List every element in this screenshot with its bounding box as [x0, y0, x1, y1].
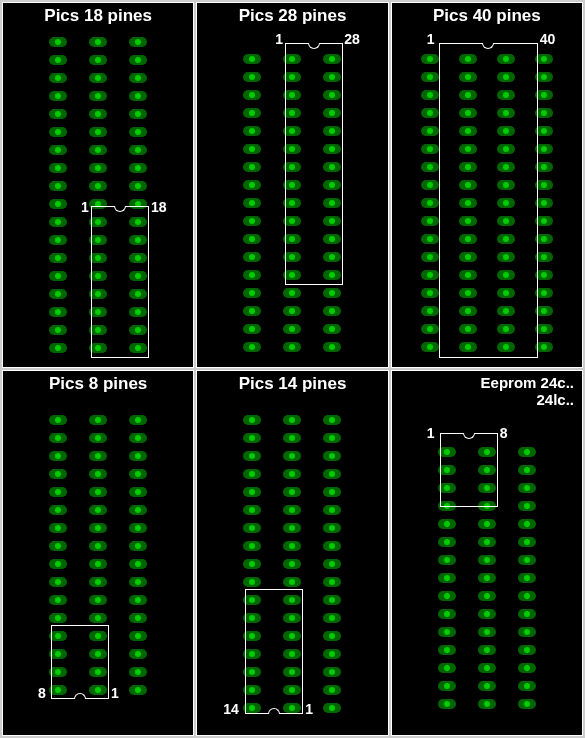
- ic-outline-40: [439, 43, 538, 358]
- solder-pad: [49, 199, 67, 209]
- solder-pad: [438, 699, 456, 709]
- solder-pad: [243, 577, 261, 587]
- solder-pad: [89, 613, 107, 623]
- solder-pad: [243, 288, 261, 298]
- solder-pad: [518, 627, 536, 637]
- ic-outline-14: [245, 589, 303, 714]
- notch-icon: [74, 693, 86, 699]
- solder-pad: [243, 162, 261, 172]
- solder-pad: [89, 433, 107, 443]
- pad-row: [197, 284, 387, 302]
- solder-pad: [323, 324, 341, 334]
- solder-pad: [89, 127, 107, 137]
- title-pics-14: Pics 14 pines: [197, 371, 387, 394]
- solder-pad: [243, 126, 261, 136]
- solder-pad: [49, 307, 67, 317]
- solder-pad: [323, 595, 341, 605]
- solder-pad: [518, 609, 536, 619]
- pad-row: [197, 447, 387, 465]
- ic-outline-8: [51, 625, 109, 699]
- pad-row: [3, 87, 193, 105]
- pad-row: [3, 429, 193, 447]
- solder-pad: [89, 505, 107, 515]
- cell-pics-40: Pics 40 pines 1 40: [391, 2, 583, 368]
- solder-pad: [129, 127, 147, 137]
- cell-pics-28: Pics 28 pines 1 28: [196, 2, 388, 368]
- solder-pad: [243, 559, 261, 569]
- solder-pad: [129, 631, 147, 641]
- solder-pad: [518, 681, 536, 691]
- solder-pad: [243, 487, 261, 497]
- pad-row: [197, 501, 387, 519]
- pad-row: [3, 555, 193, 573]
- solder-pad: [421, 162, 439, 172]
- solder-pad: [129, 595, 147, 605]
- solder-pad: [49, 253, 67, 263]
- solder-pad: [49, 181, 67, 191]
- pin-label-40: 40: [540, 31, 556, 47]
- solder-pad: [421, 54, 439, 64]
- solder-pad: [49, 235, 67, 245]
- solder-pad: [89, 451, 107, 461]
- pad-row: [392, 587, 582, 605]
- solder-pad: [49, 217, 67, 227]
- pad-row: [3, 411, 193, 429]
- cell-eeprom: Eeprom 24c.. 24lc.. 1 8: [391, 370, 583, 736]
- solder-pad: [518, 663, 536, 673]
- solder-pad: [478, 681, 496, 691]
- solder-pad: [518, 699, 536, 709]
- pad-row: [3, 105, 193, 123]
- solder-pad: [129, 109, 147, 119]
- cell-pics-14: Pics 14 pines 14 1: [196, 370, 388, 736]
- solder-pad: [421, 144, 439, 154]
- solder-pad: [89, 541, 107, 551]
- solder-pad: [438, 537, 456, 547]
- pad-row: [3, 537, 193, 555]
- solder-pad: [478, 519, 496, 529]
- solder-pad: [49, 523, 67, 533]
- pad-row: [197, 302, 387, 320]
- layout-grid: Pics 18 pines 1 18 Pics 28 pines 1 28 Pi…: [0, 0, 585, 738]
- title-pics-28: Pics 28 pines: [197, 3, 387, 26]
- solder-pad: [89, 37, 107, 47]
- solder-pad: [129, 163, 147, 173]
- solder-pad: [89, 163, 107, 173]
- pad-row: [392, 605, 582, 623]
- solder-pad: [89, 469, 107, 479]
- solder-pad: [323, 613, 341, 623]
- pad-row: [197, 483, 387, 501]
- solder-pad: [518, 537, 536, 547]
- solder-pad: [129, 145, 147, 155]
- solder-pad: [243, 306, 261, 316]
- solder-pad: [89, 487, 107, 497]
- pad-row: [3, 123, 193, 141]
- solder-pad: [518, 573, 536, 583]
- pad-row: [3, 483, 193, 501]
- solder-pad: [283, 487, 301, 497]
- pin-label-1: 1: [81, 199, 89, 215]
- pad-row: [3, 33, 193, 51]
- solder-pad: [283, 451, 301, 461]
- solder-pad: [49, 415, 67, 425]
- solder-pad: [129, 487, 147, 497]
- solder-pad: [323, 288, 341, 298]
- pad-row: [392, 569, 582, 587]
- pin-label-1: 1: [427, 31, 435, 47]
- solder-pad: [243, 234, 261, 244]
- solder-pad: [323, 631, 341, 641]
- solder-pad: [323, 505, 341, 515]
- solder-pad: [243, 505, 261, 515]
- solder-pad: [49, 289, 67, 299]
- solder-pad: [89, 109, 107, 119]
- solder-pad: [421, 72, 439, 82]
- solder-pad: [421, 216, 439, 226]
- solder-pad: [478, 627, 496, 637]
- solder-pad: [438, 663, 456, 673]
- solder-pad: [283, 433, 301, 443]
- pin-label-8: 8: [500, 425, 508, 441]
- solder-pad: [478, 609, 496, 619]
- solder-pad: [129, 55, 147, 65]
- pad-row: [197, 411, 387, 429]
- pad-row: [197, 537, 387, 555]
- solder-pad: [421, 342, 439, 352]
